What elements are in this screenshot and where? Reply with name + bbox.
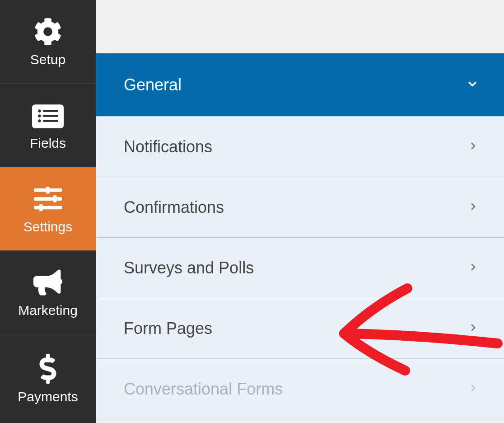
top-gap	[96, 0, 504, 53]
gear-icon	[34, 16, 62, 47]
settings-item-confirmations[interactable]: Confirmations	[96, 177, 504, 238]
sidebar-item-label: Fields	[30, 136, 66, 151]
sidebar-nav: Setup Fields Settings Marketing Payments	[0, 0, 96, 423]
chevron-right-icon	[468, 262, 479, 274]
main-panel: General Notifications Confirmations Surv…	[96, 0, 504, 423]
settings-item-title: Conversational Forms	[124, 380, 283, 399]
chevron-down-icon	[466, 78, 479, 92]
sidebar-item-label: Setup	[30, 52, 65, 67]
settings-item-title: Confirmations	[124, 198, 224, 217]
chevron-right-icon	[468, 141, 479, 153]
settings-item-notifications[interactable]: Notifications	[96, 117, 504, 177]
dollar-icon	[38, 353, 57, 385]
sidebar-item-label: Payments	[18, 389, 78, 404]
sidebar-item-label: Marketing	[18, 303, 78, 318]
app-layout: Setup Fields Settings Marketing Payments	[0, 0, 504, 423]
settings-item-title: Form Pages	[124, 319, 212, 338]
settings-item-title: Surveys and Polls	[124, 258, 254, 277]
settings-item-title: Notifications	[124, 137, 212, 156]
sidebar-item-payments[interactable]: Payments	[0, 334, 96, 423]
settings-item-conversational-forms[interactable]: Conversational Forms	[96, 359, 504, 419]
settings-list: General Notifications Confirmations Surv…	[96, 53, 504, 419]
settings-item-general[interactable]: General	[96, 53, 504, 117]
chevron-right-icon	[468, 322, 479, 335]
chevron-right-icon	[468, 383, 479, 395]
settings-item-title: General	[124, 75, 182, 94]
settings-item-form-pages[interactable]: Form Pages	[96, 298, 504, 359]
sidebar-item-fields[interactable]: Fields	[0, 84, 96, 167]
list-icon	[32, 99, 64, 131]
chevron-right-icon	[468, 201, 479, 214]
sidebar-item-marketing[interactable]: Marketing	[0, 251, 96, 334]
settings-item-surveys-polls[interactable]: Surveys and Polls	[96, 238, 504, 298]
sidebar-item-settings[interactable]: Settings	[0, 167, 96, 251]
sliders-icon	[32, 183, 64, 215]
bullhorn-icon	[33, 267, 62, 298]
sidebar-item-label: Settings	[23, 219, 72, 235]
sidebar-item-setup[interactable]: Setup	[0, 0, 96, 84]
